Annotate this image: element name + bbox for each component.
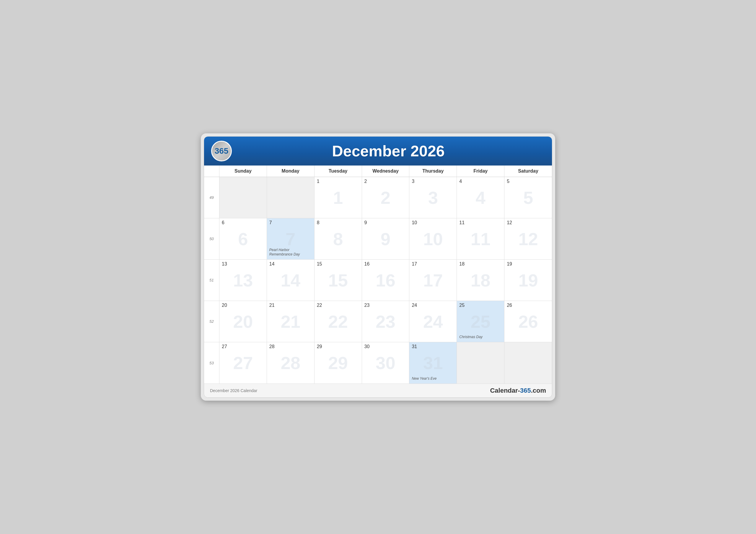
- day-event: Christmas Day: [459, 335, 502, 340]
- day-cell-empty: [457, 342, 504, 384]
- day-watermark: 23: [376, 311, 395, 332]
- day-cell-23[interactable]: 2323: [362, 301, 410, 342]
- day-number: 16: [364, 261, 407, 267]
- days-of-week-row: Sunday Monday Tuesday Wednesday Thursday…: [204, 165, 552, 177]
- day-watermark: 2: [381, 187, 391, 208]
- day-watermark: 14: [281, 270, 300, 290]
- day-watermark: 1: [333, 187, 343, 208]
- dow-friday: Friday: [457, 165, 504, 177]
- day-cell-5[interactable]: 55: [504, 177, 552, 218]
- week-num-header: [204, 165, 219, 177]
- day-number: 8: [317, 220, 359, 225]
- day-number: 7: [269, 220, 312, 225]
- day-number: 3: [412, 179, 454, 184]
- week-row-1: 491122334455: [204, 177, 552, 218]
- logo-text: 365: [215, 146, 229, 156]
- dow-thursday: Thursday: [409, 165, 457, 177]
- day-cell-9[interactable]: 99: [362, 218, 410, 259]
- day-watermark: 30: [376, 353, 395, 373]
- day-watermark: 9: [381, 229, 391, 249]
- day-watermark: 16: [376, 270, 395, 290]
- day-cell-8[interactable]: 88: [314, 218, 362, 259]
- day-watermark: 10: [423, 229, 443, 249]
- day-cell-19[interactable]: 1919: [504, 260, 552, 301]
- day-cell-12[interactable]: 1212: [504, 218, 552, 259]
- day-watermark: 12: [518, 229, 538, 249]
- day-cell-17[interactable]: 1717: [409, 260, 457, 301]
- day-number: 29: [317, 344, 359, 349]
- day-cell-15[interactable]: 1515: [314, 260, 362, 301]
- calendar-title: December 2026: [232, 142, 545, 160]
- day-cell-28[interactable]: 2828: [267, 342, 314, 384]
- day-number: 15: [317, 261, 359, 267]
- logo-badge: 365: [211, 141, 232, 161]
- day-cell-25[interactable]: 2525Christmas Day: [457, 301, 504, 342]
- day-number: 17: [412, 261, 454, 267]
- day-number: 20: [222, 303, 264, 308]
- day-cell-13[interactable]: 1313: [219, 260, 267, 301]
- day-cell-27[interactable]: 2727: [219, 342, 267, 384]
- dow-sunday: Sunday: [219, 165, 267, 177]
- week-num-52: 52: [204, 301, 219, 342]
- day-watermark: 13: [233, 270, 253, 290]
- week-num-53: 53: [204, 342, 219, 384]
- page-wrapper: 365 December 2026 Sunday Monday Tuesday …: [201, 133, 555, 401]
- day-watermark: 28: [281, 353, 300, 373]
- day-number: 19: [507, 261, 550, 267]
- day-number: 5: [507, 179, 550, 184]
- day-watermark: 6: [238, 229, 248, 249]
- day-watermark: 17: [423, 270, 443, 290]
- day-number: 13: [222, 261, 264, 267]
- day-cell-7[interactable]: 77Pearl Harbor Remembrance Day: [267, 218, 314, 259]
- day-watermark: 20: [233, 311, 253, 332]
- calendar-footer: December 2026 Calendar Calendar-365.com: [204, 384, 552, 397]
- day-cell-29[interactable]: 2929: [314, 342, 362, 384]
- week-row-4: 52202021212222232324242525Christmas Day2…: [204, 301, 552, 342]
- day-number: 27: [222, 344, 264, 349]
- day-cell-14[interactable]: 1414: [267, 260, 314, 301]
- day-number: 28: [269, 344, 312, 349]
- day-cell-22[interactable]: 2222: [314, 301, 362, 342]
- day-watermark: 5: [523, 187, 533, 208]
- day-watermark: 21: [281, 311, 300, 332]
- day-cell-20[interactable]: 2020: [219, 301, 267, 342]
- day-watermark: 19: [518, 270, 538, 290]
- day-cell-31[interactable]: 3131New Year's Eve: [409, 342, 457, 384]
- day-cell-10[interactable]: 1010: [409, 218, 457, 259]
- day-number: 22: [317, 303, 359, 308]
- day-cell-empty: [504, 342, 552, 384]
- day-watermark: 8: [333, 229, 343, 249]
- week-num-49: 49: [204, 177, 219, 218]
- day-cell-18[interactable]: 1818: [457, 260, 504, 301]
- dow-saturday: Saturday: [504, 165, 552, 177]
- footer-brand-text: Calendar-365.com: [490, 387, 546, 394]
- day-cell-11[interactable]: 1111: [457, 218, 504, 259]
- day-cell-2[interactable]: 22: [362, 177, 410, 218]
- day-number: 14: [269, 261, 312, 267]
- day-cell-30[interactable]: 3030: [362, 342, 410, 384]
- dow-wednesday: Wednesday: [362, 165, 410, 177]
- day-cell-24[interactable]: 2424: [409, 301, 457, 342]
- day-cell-1[interactable]: 11: [314, 177, 362, 218]
- day-watermark: 15: [328, 270, 348, 290]
- day-cell-26[interactable]: 2626: [504, 301, 552, 342]
- day-number: 4: [459, 179, 502, 184]
- footer-label: December 2026 Calendar: [210, 388, 257, 393]
- day-number: 26: [507, 303, 550, 308]
- week-row-5: 5327272828292930303131New Year's Eve: [204, 342, 552, 384]
- day-watermark: 4: [476, 187, 485, 208]
- day-cell-3[interactable]: 33: [409, 177, 457, 218]
- dow-tuesday: Tuesday: [314, 165, 362, 177]
- day-number: 24: [412, 303, 454, 308]
- week-row-2: 506677Pearl Harbor Remembrance Day889910…: [204, 218, 552, 260]
- day-number: 1: [317, 179, 359, 184]
- dow-monday: Monday: [267, 165, 314, 177]
- day-cell-6[interactable]: 66: [219, 218, 267, 259]
- day-watermark: 18: [471, 270, 491, 290]
- day-watermark: 22: [328, 311, 348, 332]
- day-cell-21[interactable]: 2121: [267, 301, 314, 342]
- day-cell-16[interactable]: 1616: [362, 260, 410, 301]
- day-number: 25: [459, 303, 502, 308]
- day-cell-4[interactable]: 44: [457, 177, 504, 218]
- day-watermark: 27: [233, 353, 253, 373]
